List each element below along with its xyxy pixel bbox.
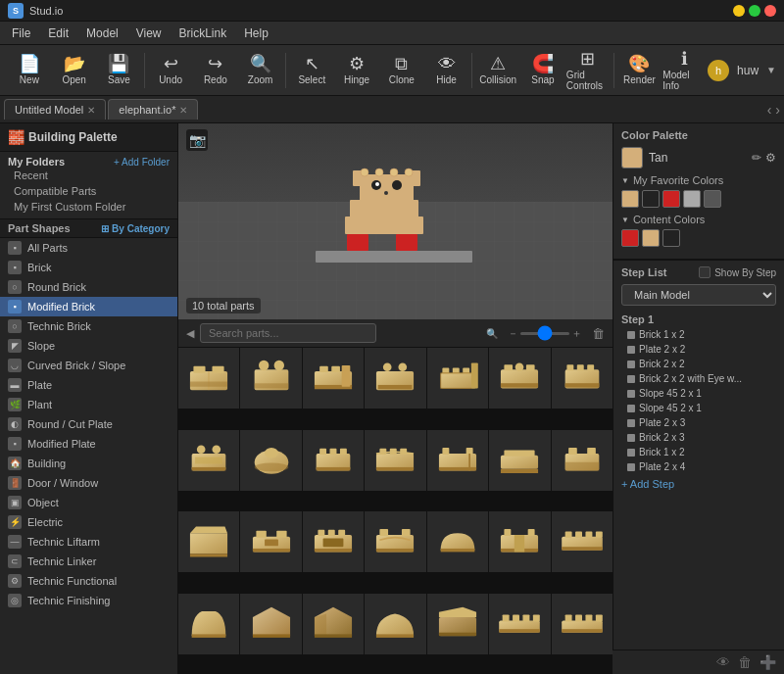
- part-cell-26[interactable]: [427, 594, 488, 654]
- undo-button[interactable]: ↩ Undo: [149, 48, 192, 93]
- part-item-2[interactable]: Brick 2 x 2: [621, 357, 776, 371]
- shape-plate[interactable]: ▬ Plate: [0, 375, 177, 395]
- zoom-button[interactable]: 🔍 Zoom: [239, 48, 282, 93]
- parts-search-input[interactable]: [200, 323, 376, 343]
- open-button[interactable]: 📂 Open: [53, 48, 96, 93]
- part-cell-21[interactable]: [552, 511, 612, 572]
- shape-modified-plate[interactable]: ▪ Modified Plate: [0, 434, 177, 454]
- eye-icon-bottom[interactable]: 👁: [716, 654, 730, 670]
- shape-electric[interactable]: ⚡ Electric: [0, 512, 177, 532]
- tab-next-arrow[interactable]: ›: [775, 102, 780, 118]
- part-cell-4[interactable]: [365, 348, 425, 409]
- shape-building[interactable]: 🏠 Building: [0, 454, 177, 473]
- part-cell-16[interactable]: [240, 511, 301, 572]
- show-by-step-checkbox[interactable]: [699, 266, 710, 278]
- part-cell-2[interactable]: [240, 348, 301, 409]
- part-cell-27[interactable]: [489, 594, 550, 654]
- my-first-custom-folder[interactable]: My First Custom Folder: [8, 199, 170, 215]
- part-cell-25[interactable]: [365, 594, 425, 654]
- delete-icon[interactable]: 🗑: [592, 326, 605, 341]
- delete-icon-bottom[interactable]: 🗑: [738, 654, 752, 670]
- part-cell-19[interactable]: [427, 511, 488, 572]
- tab-untitled-close[interactable]: ✕: [87, 105, 95, 116]
- fav-color-red[interactable]: [662, 190, 680, 208]
- part-cell-14[interactable]: [552, 430, 612, 491]
- part-cell-6[interactable]: [489, 348, 550, 409]
- shape-curved-brick[interactable]: ◡ Curved Brick / Slope: [0, 356, 177, 375]
- fav-color-black[interactable]: [642, 190, 660, 208]
- new-button[interactable]: 📄 New: [8, 48, 51, 93]
- render-button[interactable]: 🎨 Render: [618, 48, 662, 93]
- user-dropdown-arrow[interactable]: ▼: [766, 65, 776, 75]
- snap-button[interactable]: 🧲 Snap: [521, 48, 564, 93]
- select-button[interactable]: ↖ Select: [290, 48, 333, 93]
- hinge-button[interactable]: ⚙ Hinge: [335, 48, 378, 93]
- part-cell-8[interactable]: [178, 430, 239, 491]
- part-item-9[interactable]: Plate 2 x 4: [621, 459, 776, 474]
- part-item-3[interactable]: Brick 2 x 2 with Eye w...: [621, 371, 776, 386]
- tab-prev-arrow[interactable]: ‹: [767, 102, 772, 118]
- fav-color-gray[interactable]: [683, 190, 701, 208]
- grid-controls-button[interactable]: ⊞ Grid Controls: [566, 48, 610, 93]
- save-button[interactable]: 💾 Save: [98, 48, 141, 93]
- part-item-7[interactable]: Brick 2 x 3: [621, 430, 776, 445]
- content-color-red[interactable]: [621, 229, 639, 247]
- part-cell-13[interactable]: [489, 430, 550, 491]
- tab-elephant-close[interactable]: ✕: [179, 105, 187, 116]
- shape-modified-brick[interactable]: ▪ Modified Brick: [0, 297, 177, 316]
- parts-toolbar-left-arrow[interactable]: ◀: [186, 327, 194, 340]
- part-cell-12[interactable]: [427, 430, 488, 491]
- shape-technic-brick[interactable]: ○ Technic Brick: [0, 316, 177, 336]
- clone-button[interactable]: ⧉ Clone: [380, 48, 423, 93]
- menu-help[interactable]: Help: [236, 24, 276, 42]
- add-folder-button[interactable]: + Add Folder: [114, 157, 170, 168]
- part-item-1[interactable]: Plate 2 x 2: [621, 342, 776, 357]
- part-item-0[interactable]: Brick 1 x 2: [621, 327, 776, 342]
- add-icon-bottom[interactable]: ➕: [760, 654, 776, 670]
- part-item-6[interactable]: Plate 2 x 3: [621, 415, 776, 430]
- part-cell-23[interactable]: [240, 594, 301, 654]
- part-cell-10[interactable]: [303, 430, 364, 491]
- shape-object[interactable]: ▣ Object: [0, 493, 177, 512]
- part-item-8[interactable]: Brick 1 x 2: [621, 445, 776, 459]
- shape-door-window[interactable]: 🚪 Door / Window: [0, 473, 177, 493]
- shape-technic-finishing[interactable]: ◎ Technic Finishing: [0, 591, 177, 610]
- menu-model[interactable]: Model: [78, 24, 126, 42]
- fav-color-tan[interactable]: [621, 190, 639, 208]
- minimize-button[interactable]: [733, 5, 745, 17]
- menu-edit[interactable]: Edit: [40, 24, 76, 42]
- content-color-black[interactable]: [662, 229, 680, 247]
- part-cell-17[interactable]: [303, 511, 364, 572]
- maximize-button[interactable]: [749, 5, 760, 17]
- tab-untitled[interactable]: Untitled Model ✕: [4, 99, 106, 120]
- part-cell-18[interactable]: [365, 511, 425, 572]
- part-cell-7[interactable]: [552, 348, 612, 409]
- shape-technic-liftarm[interactable]: — Technic Liftarm: [0, 532, 177, 552]
- menu-file[interactable]: File: [4, 24, 38, 42]
- add-step-button[interactable]: + Add Step: [621, 474, 776, 494]
- tab-elephant[interactable]: elephant.io* ✕: [108, 99, 198, 120]
- shape-technic-linker[interactable]: ⊂ Technic Linker: [0, 552, 177, 571]
- compatible-parts-folder[interactable]: Compatible Parts: [8, 183, 170, 199]
- camera-icon-btn[interactable]: 📷: [186, 129, 208, 151]
- recent-folder[interactable]: Recent: [8, 168, 170, 183]
- color-settings-button[interactable]: ⚙: [765, 151, 776, 165]
- by-category-button[interactable]: ⊞ By Category: [101, 223, 170, 234]
- zoom-slider[interactable]: [520, 332, 569, 335]
- part-cell-15[interactable]: [178, 511, 239, 572]
- part-cell-11[interactable]: [365, 430, 425, 491]
- model-dropdown[interactable]: Main Model: [621, 284, 776, 306]
- menu-bricklink[interactable]: BrickLink: [172, 24, 235, 42]
- part-item-4[interactable]: Slope 45 2 x 1: [621, 386, 776, 401]
- redo-button[interactable]: ↪ Redo: [194, 48, 237, 93]
- edit-color-button[interactable]: ✏: [752, 151, 761, 165]
- current-color-swatch[interactable]: [621, 147, 643, 168]
- shape-round-brick[interactable]: ○ Round Brick: [0, 277, 177, 297]
- close-button[interactable]: [764, 5, 776, 17]
- part-cell-9[interactable]: [240, 430, 301, 491]
- collision-button[interactable]: ⚠ Collision: [476, 48, 519, 93]
- shape-round-cut-plate[interactable]: ◐ Round / Cut Plate: [0, 414, 177, 434]
- shape-brick[interactable]: ▪ Brick: [0, 258, 177, 277]
- part-cell-1[interactable]: [178, 348, 239, 409]
- hide-button[interactable]: 👁 Hide: [425, 48, 468, 93]
